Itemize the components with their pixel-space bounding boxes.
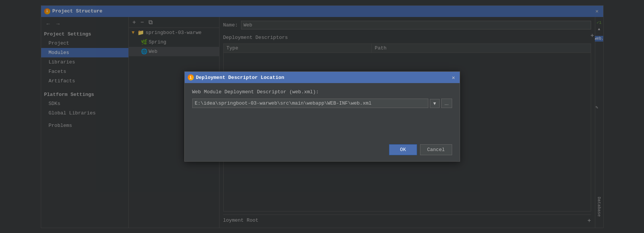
dialog-browse-button[interactable]: ... xyxy=(441,99,452,108)
dialog-overlay: i Deployment Descriptor Location ✕ Web M… xyxy=(0,0,644,233)
dialog-title: Deployment Descriptor Location xyxy=(196,75,284,80)
dialog-input-row: ▼ ... xyxy=(192,99,452,108)
dialog-path-input[interactable] xyxy=(192,99,428,108)
dialog-dropdown-button[interactable]: ▼ xyxy=(430,99,440,108)
dialog-close-button[interactable]: ✕ xyxy=(451,74,457,80)
dialog-ok-button[interactable]: OK xyxy=(389,144,417,155)
dialog-cancel-button[interactable]: Cancel xyxy=(420,144,452,155)
dialog: i Deployment Descriptor Location ✕ Web M… xyxy=(184,71,460,162)
dialog-spacer xyxy=(192,113,452,135)
dialog-description: Web Module Deployment Descriptor (web.xm… xyxy=(192,89,452,95)
dialog-buttons: OK Cancel xyxy=(185,141,460,161)
dialog-titlebar: i Deployment Descriptor Location ✕ xyxy=(185,72,460,83)
dialog-app-icon: i xyxy=(188,74,194,80)
dialog-body: Web Module Deployment Descriptor (web.xm… xyxy=(185,83,460,141)
dialog-titlebar-left: i Deployment Descriptor Location xyxy=(188,74,284,80)
